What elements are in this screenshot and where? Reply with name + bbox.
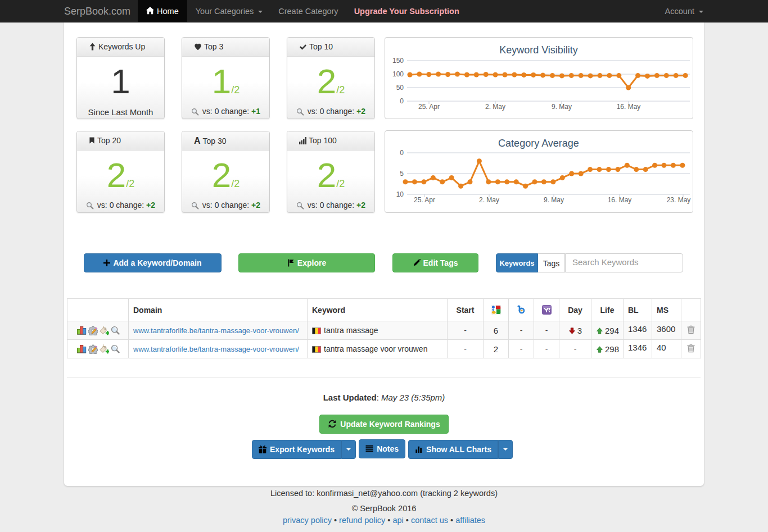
svg-text:25. Apr: 25. Apr — [414, 196, 435, 204]
svg-text:0: 0 — [400, 97, 404, 105]
svg-text:100: 100 — [392, 70, 404, 78]
svg-text:25. Apr: 25. Apr — [418, 103, 440, 111]
svg-text:9. May: 9. May — [544, 196, 564, 204]
svg-text:9. May: 9. May — [552, 103, 572, 111]
svg-text:10: 10 — [396, 190, 404, 198]
svg-text:0: 0 — [400, 149, 404, 157]
svg-text:16. May: 16. May — [608, 196, 632, 204]
svg-text:Category Average: Category Average — [498, 138, 579, 149]
svg-text:2. May: 2. May — [485, 103, 505, 111]
svg-text:23. May: 23. May — [667, 196, 691, 204]
svg-text:50: 50 — [396, 84, 404, 92]
svg-text:Keyword Visibility: Keyword Visibility — [499, 44, 578, 56]
svg-text:150: 150 — [392, 57, 404, 65]
svg-text:5: 5 — [400, 170, 404, 178]
svg-text:2. May: 2. May — [479, 196, 499, 204]
svg-text:16. May: 16. May — [617, 103, 641, 111]
